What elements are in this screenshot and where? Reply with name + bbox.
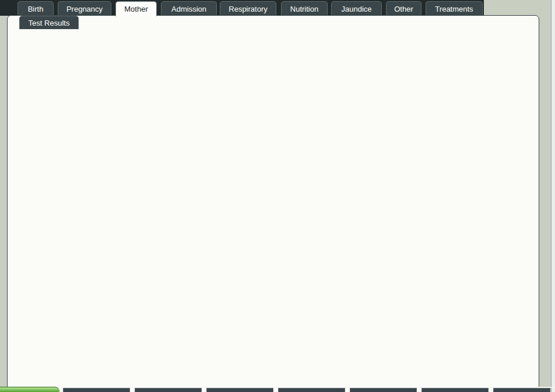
- taskbar-item[interactable]: [493, 388, 550, 392]
- tab-label: Nutrition: [290, 5, 318, 13]
- tab-label: Pregnancy: [66, 5, 103, 13]
- tab-other[interactable]: Other: [386, 1, 421, 16]
- tab-label: Jaundice: [341, 5, 371, 13]
- tab-label: Mother: [124, 5, 147, 13]
- tab-respiratory[interactable]: Respiratory: [220, 1, 276, 16]
- tab-pregnancy[interactable]: Pregnancy: [58, 1, 111, 16]
- window-scrollbar[interactable]: [551, 0, 555, 392]
- tab-test-results[interactable]: Test Results: [19, 16, 79, 29]
- tab-jaundice[interactable]: Jaundice: [331, 1, 382, 16]
- taskbar-item[interactable]: [278, 388, 345, 392]
- tab-birth[interactable]: Birth: [17, 1, 54, 16]
- taskbar-item[interactable]: [135, 388, 202, 392]
- taskbar-item[interactable]: [63, 388, 130, 392]
- tab-admission[interactable]: Admission: [161, 1, 217, 16]
- mother-tab-content: [7, 15, 539, 392]
- tab-treatments[interactable]: Treatments: [426, 1, 483, 16]
- taskbar-item[interactable]: [421, 388, 489, 392]
- start-button[interactable]: [0, 387, 59, 392]
- tab-label: Respiratory: [229, 5, 267, 13]
- tab-label: Treatments: [435, 5, 473, 13]
- taskbar-item[interactable]: [206, 388, 273, 392]
- tab-label: Admission: [171, 5, 206, 13]
- tab-label: Other: [394, 5, 413, 13]
- tab-nutrition[interactable]: Nutrition: [281, 1, 328, 16]
- taskbar: [0, 387, 555, 392]
- tab-mother[interactable]: Mother: [115, 1, 157, 16]
- application-window: Birth Pregnancy Mother Admission Respira…: [0, 0, 555, 392]
- tab-label: Test Results: [29, 19, 70, 27]
- tab-label: Birth: [28, 5, 44, 13]
- taskbar-item[interactable]: [350, 388, 417, 392]
